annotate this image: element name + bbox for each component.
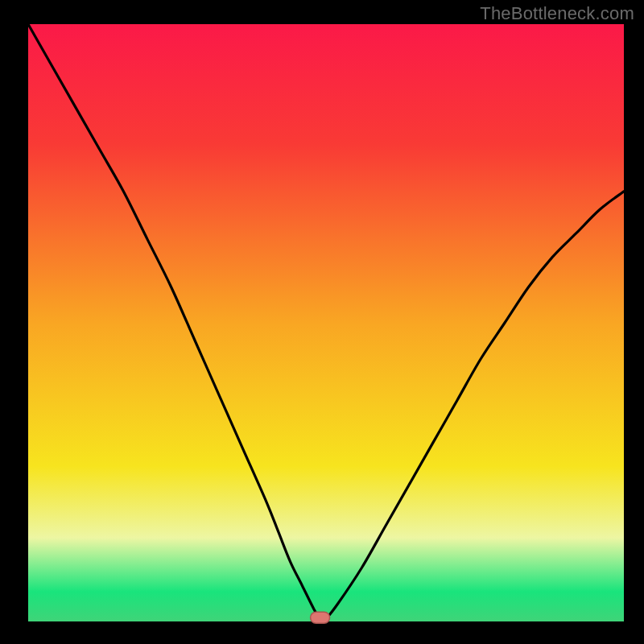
optimum-marker bbox=[311, 612, 330, 623]
bottleneck-chart bbox=[0, 0, 644, 644]
watermark-text: TheBottleneck.com bbox=[480, 3, 634, 24]
chart-svg bbox=[0, 0, 644, 644]
plot-background bbox=[28, 24, 624, 621]
